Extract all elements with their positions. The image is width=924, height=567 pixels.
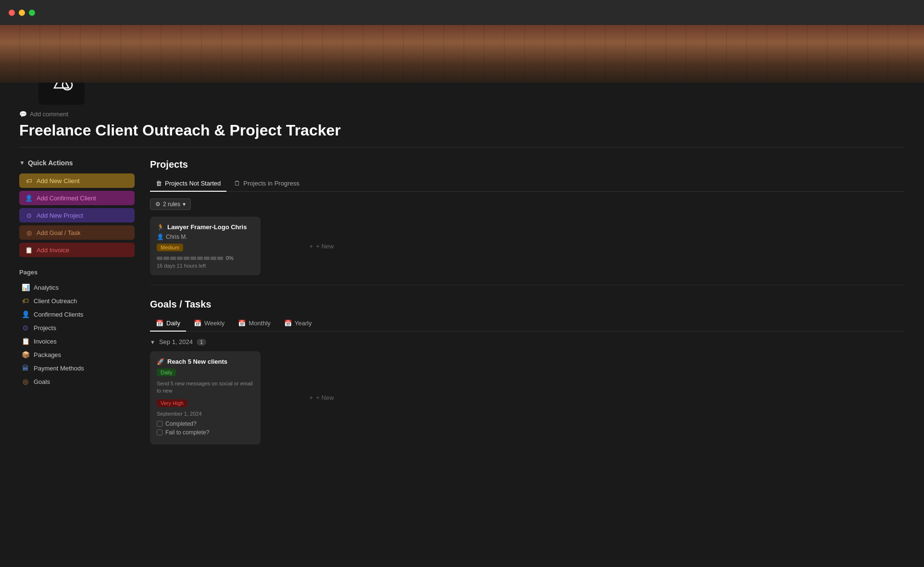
check-completed-label: Completed?: [165, 420, 197, 427]
card-title-icon: 🏃: [157, 223, 164, 231]
check-fail-label: Fail to complete?: [165, 429, 209, 436]
tab-not-started-label: Projects Not Started: [165, 180, 221, 187]
seg-5: [184, 257, 189, 260]
sidebar-item-invoices[interactable]: 📋 Invoices: [19, 334, 135, 348]
projects-icon: ⊙: [21, 323, 30, 332]
client-name: Chris M.: [166, 234, 187, 240]
card-title-text: Lawyer Framer-Logo Chris: [167, 223, 247, 231]
tab-not-started-icon: 🗑: [156, 180, 162, 187]
client-outreach-label: Client Outreach: [34, 297, 77, 305]
tab-daily-label: Daily: [166, 320, 180, 327]
add-new-project-button[interactable]: ⊙ Add New Project: [19, 208, 135, 222]
client-outreach-icon: 🏷: [21, 296, 30, 305]
task-date: September 1, 2024: [157, 411, 254, 417]
new-project-card[interactable]: + + New: [266, 217, 377, 275]
seg-8: [204, 257, 210, 260]
task-check-fail[interactable]: Fail to complete?: [157, 429, 254, 436]
seg-10: [217, 257, 223, 260]
sidebar-item-goals[interactable]: ◎ Goals: [19, 375, 135, 388]
add-new-client-icon: 🏷: [25, 177, 33, 185]
pages-section-title: Pages: [19, 269, 135, 276]
add-comment-row[interactable]: 💬 Add comment: [19, 105, 905, 122]
tab-weekly[interactable]: 📅 Weekly: [188, 316, 230, 332]
add-confirmed-client-button[interactable]: 👤 Add Confirmed Client: [19, 191, 135, 205]
add-new-client-button[interactable]: 🏷 Add New Client: [19, 173, 135, 188]
add-invoice-icon: 📋: [25, 246, 33, 254]
tab-monthly[interactable]: 📅 Monthly: [232, 316, 276, 332]
add-goal-task-button[interactable]: ◎ Add Goal / Task: [19, 225, 135, 240]
sidebar-item-payment-methods[interactable]: 🏛 Payment Methods: [19, 361, 135, 375]
sidebar-item-packages[interactable]: 📦 Packages: [19, 348, 135, 361]
task-check-completed[interactable]: Completed?: [157, 420, 254, 427]
sidebar-item-analytics[interactable]: 📊 Analytics: [19, 281, 135, 294]
quick-actions-header: ▼ Quick Actions: [19, 159, 135, 167]
seg-4: [177, 257, 183, 260]
seg-6: [190, 257, 196, 260]
maximize-button[interactable]: [29, 10, 35, 16]
quick-actions-label: Quick Actions: [28, 159, 73, 167]
task-title-text: Reach 5 New clients: [167, 358, 227, 365]
time-left: 16 days 11 hours left: [157, 263, 254, 269]
sidebar-item-projects[interactable]: ⊙ Projects: [19, 321, 135, 334]
add-invoice-button[interactable]: 📋 Add Invoice: [19, 243, 135, 257]
tab-projects-not-started[interactable]: 🗑 Projects Not Started: [150, 176, 226, 192]
titlebar: [0, 0, 924, 25]
tab-daily-icon: 📅: [156, 320, 163, 327]
tab-daily[interactable]: 📅 Daily: [150, 316, 186, 332]
invoices-icon: 📋: [21, 337, 30, 345]
add-confirmed-label: Add Confirmed Client: [37, 195, 96, 202]
confirmed-clients-label: Confirmed Clients: [34, 311, 83, 318]
client-icon: 👤: [157, 234, 164, 240]
add-goal-label: Add Goal / Task: [37, 229, 81, 236]
new-task-plus-icon: +: [310, 394, 313, 401]
checkbox-fail[interactable]: [157, 430, 162, 435]
seg-1: [157, 257, 162, 260]
close-button[interactable]: [9, 10, 15, 16]
new-project-label: + New: [316, 243, 334, 250]
new-task-card[interactable]: + + New: [266, 351, 377, 444]
card-title: 🏃 Lawyer Framer-Logo Chris: [157, 223, 254, 231]
tab-yearly[interactable]: 📅 Yearly: [278, 316, 318, 332]
seg-9: [211, 257, 216, 260]
date-group-count: 1: [197, 339, 206, 345]
date-chevron-icon: ▼: [150, 339, 155, 345]
task-card-reach-5-clients[interactable]: 🚀 Reach 5 New clients Daily Send 5 new m…: [150, 351, 261, 444]
add-new-client-label: Add New Client: [37, 177, 80, 185]
invoices-label: Invoices: [34, 338, 57, 345]
pages-section: Pages 📊 Analytics 🏷 Client Outreach 👤 Co…: [19, 269, 135, 388]
tab-yearly-label: Yearly: [295, 320, 312, 327]
goals-section: Goals / Tasks 📅 Daily 📅 Weekly 📅 Monthly: [150, 299, 905, 444]
analytics-label: Analytics: [34, 284, 59, 291]
tab-monthly-icon: 📅: [238, 320, 246, 327]
main-content: Projects 🗑 Projects Not Started 🗒 Projec…: [150, 159, 905, 444]
filter-badge[interactable]: ⚙ 2 rules ▾: [150, 198, 191, 210]
sidebar-item-confirmed-clients[interactable]: 👤 Confirmed Clients: [19, 308, 135, 321]
tab-weekly-label: Weekly: [204, 320, 225, 327]
tab-in-progress-icon: 🗒: [234, 180, 240, 187]
progress-bar-row: 0%: [157, 255, 254, 261]
filter-chevron-icon: ▾: [183, 201, 186, 208]
page-content: 💬 Add comment Freelance Client Outreach …: [0, 68, 924, 464]
date-group-label: Sep 1, 2024: [159, 338, 193, 345]
add-comment-label[interactable]: Add comment: [30, 111, 68, 118]
minimize-button[interactable]: [19, 10, 25, 16]
tab-weekly-icon: 📅: [194, 320, 201, 327]
comment-icon: 💬: [19, 111, 27, 118]
seg-3: [170, 257, 176, 260]
packages-label: Packages: [34, 351, 61, 358]
seg-7: [197, 257, 203, 260]
goals-icon: ◎: [21, 377, 30, 386]
payment-methods-icon: 🏛: [21, 364, 30, 372]
projects-section: Projects 🗑 Projects Not Started 🗒 Projec…: [150, 159, 905, 275]
header-banner: [0, 25, 924, 83]
project-card-lawyer-framer[interactable]: 🏃 Lawyer Framer-Logo Chris 👤 Chris M. Me…: [150, 217, 261, 275]
checkbox-completed[interactable]: [157, 421, 162, 427]
sidebar-item-client-outreach[interactable]: 🏷 Client Outreach: [19, 294, 135, 308]
progress-pct: 0%: [226, 255, 234, 261]
new-task-label: + New: [316, 394, 334, 401]
packages-icon: 📦: [21, 350, 30, 359]
add-invoice-label: Add Invoice: [37, 247, 69, 254]
tab-projects-in-progress[interactable]: 🗒 Projects in Progress: [228, 176, 305, 192]
filter-icon: ⚙: [155, 201, 161, 208]
sidebar: ▼ Quick Actions 🏷 Add New Client 👤 Add C…: [19, 159, 135, 444]
